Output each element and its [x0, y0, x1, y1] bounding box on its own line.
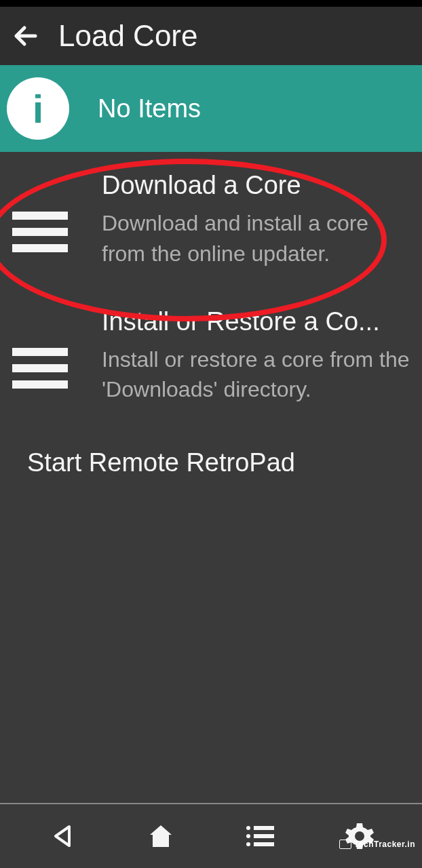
svg-rect-1 — [254, 826, 274, 830]
watermark-icon — [339, 840, 351, 849]
page-title: Load Core — [58, 19, 197, 53]
info-banner: i No Items — [0, 65, 422, 152]
status-bar — [0, 0, 422, 7]
header: Load Core — [0, 7, 422, 65]
menu-content: Install or Restore a Co... Install or re… — [102, 307, 410, 406]
menu-content: Download a Core Download and install a c… — [102, 171, 410, 269]
watermark: TechTracker.in — [339, 840, 415, 849]
back-arrow-icon[interactable] — [9, 20, 42, 52]
nav-home-icon[interactable] — [145, 820, 177, 852]
info-icon: i — [7, 77, 69, 140]
info-banner-text: No Items — [98, 94, 201, 123]
menu-title: Download a Core — [102, 171, 410, 200]
svg-rect-5 — [254, 842, 274, 846]
menu-item-install-restore[interactable]: Install or Restore a Co... Install or re… — [0, 288, 422, 425]
menu-item-remote-retropad[interactable]: Start Remote RetroPad — [0, 424, 422, 502]
menu-description: Install or restore a core from the 'Down… — [102, 344, 410, 406]
menu-title: Install or Restore a Co... — [102, 307, 410, 336]
menu-icon — [12, 212, 68, 252]
menu-description: Download and install a core from the onl… — [102, 208, 410, 269]
svg-rect-3 — [254, 834, 274, 838]
svg-point-0 — [246, 826, 250, 830]
nav-back-icon[interactable] — [47, 821, 77, 851]
menu-icon — [12, 348, 68, 389]
menu-item-download-core[interactable]: Download a Core Download and install a c… — [0, 152, 422, 288]
svg-point-4 — [246, 842, 250, 846]
bottom-nav: TechTracker.in — [0, 804, 422, 868]
svg-point-2 — [246, 834, 250, 838]
nav-list-icon[interactable] — [244, 823, 277, 850]
